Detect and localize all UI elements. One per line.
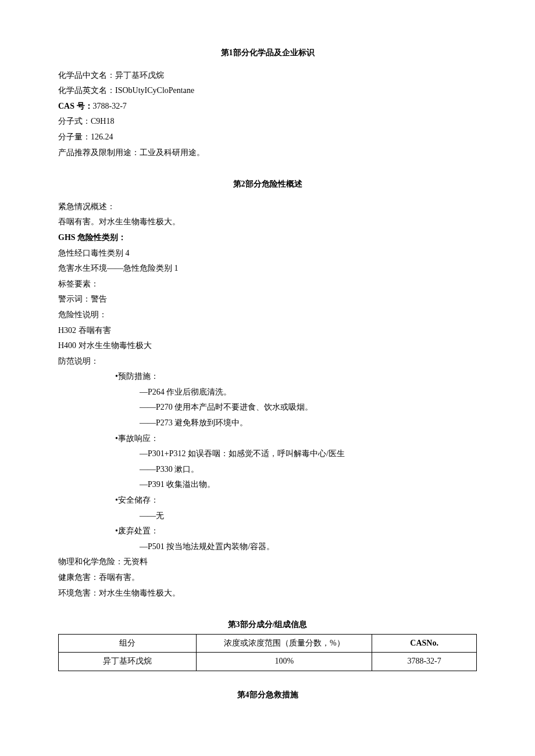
heading-prefix: 第 [237, 690, 245, 699]
heading-suffix: 部分危险性概述 [245, 180, 302, 188]
section-1-heading: 第1部分化学品及企业标识 [58, 45, 477, 61]
section-2-body: 紧急情况概述： 吞咽有害。对水生生物毒性极大。 GHS 危险性类别： 急性经口毒… [58, 199, 477, 601]
environmental-hazard: 环境危害：对水生生物毒性极大。 [58, 586, 477, 601]
chemical-name-en: 化学品英文名：ISObUtyICyCloPentane [58, 83, 477, 99]
ghs-line-1: 急性经口毒性类别 4 [58, 246, 477, 261]
precaution-label: 防范说明： [58, 354, 477, 370]
health-hazard: 健康危害：吞咽有害。 [58, 570, 477, 586]
value: 吞咽有害。 [99, 573, 140, 582]
p273: ——P273 避免释放到环境中。 [58, 415, 477, 431]
value: 无资料 [123, 557, 148, 566]
heading-prefix: 第 [228, 620, 236, 629]
heading-number: 4 [245, 690, 249, 699]
heading-number: 2 [241, 180, 245, 188]
label: 化学品中文名： [58, 71, 115, 80]
emergency-overview-text: 吞咽有害。对水生生物毒性极大。 [58, 214, 477, 230]
heading-prefix: 第 [221, 48, 229, 57]
p301-p312: —P301+P312 如误吞咽：如感觉不适，呼叫解毒中心/医生 [58, 446, 477, 462]
section-2-heading: 第2部分危险性概述 [58, 177, 477, 192]
col-concentration: 浓度或浓度范围（质量分数，%） [197, 634, 372, 653]
heading-prefix: 第 [233, 180, 241, 188]
hazard-statements-label: 危险性说明： [58, 307, 477, 323]
heading-suffix: 部分化学品及企业标识 [233, 48, 315, 57]
section-3-heading: 第3部分成分/组成信息 [58, 617, 477, 633]
p270: ——P270 使用本产品时不要进食、饮水或吸烟。 [58, 400, 477, 415]
value: 异丁基环戊烷 [115, 71, 164, 80]
section-1-body: 化学品中文名：异丁基环戊烷 化学品英文名：ISObUtyICyCloPentan… [58, 68, 477, 161]
value: ISObUtyICyCloPentane [115, 86, 194, 95]
value: 3788-32-7 [93, 102, 127, 110]
h302: H302 吞咽有害 [58, 323, 477, 339]
heading-number: 3 [236, 620, 240, 629]
label: 产品推荐及限制用途： [58, 148, 140, 157]
signal-word: 警示词：警告 [58, 292, 477, 307]
emergency-overview-label: 紧急情况概述： [58, 199, 477, 215]
chemical-name-cn: 化学品中文名：异丁基环戊烷 [58, 68, 477, 84]
p391: —P391 收集溢出物。 [58, 477, 477, 493]
label: 分子量： [58, 132, 91, 141]
value: 126.24 [91, 132, 113, 141]
label: 健康危害： [58, 573, 99, 582]
response-header: •事故响应： [58, 431, 477, 447]
p264: —P264 作业后彻底清洗。 [58, 385, 477, 400]
prevention-header: •预防措施： [58, 369, 477, 385]
table-row: 异丁基环戊烷 100% 3788-32-7 [59, 653, 477, 671]
section-4-heading: 第4部分急救措施 [58, 687, 477, 703]
recommended-use: 产品推荐及限制用途：工业及科研用途。 [58, 145, 477, 161]
col-cas: CASNo. [372, 634, 477, 653]
value: 对水生生物毒性极大。 [99, 589, 180, 597]
cell-concentration: 100% [197, 653, 372, 671]
col-component: 组分 [59, 634, 197, 653]
disposal-header: •废弃处置： [58, 524, 477, 539]
storage-header: •安全储存： [58, 493, 477, 508]
cell-cas: 3788-32-7 [372, 653, 477, 671]
label: 物理和化学危险： [58, 557, 123, 566]
composition-table: 组分 浓度或浓度范围（质量分数，%） CASNo. 异丁基环戊烷 100% 37… [58, 634, 477, 671]
ghs-line-2: 危害水生环境——急性危险类别 1 [58, 261, 477, 277]
storage-none: ——无 [58, 508, 477, 524]
label: 化学品英文名： [58, 86, 115, 95]
p330: ——P330 漱口。 [58, 462, 477, 478]
physchem-hazard: 物理和化学危险：无资料 [58, 554, 477, 570]
ghs-category-label: GHS 危险性类别： [58, 230, 477, 246]
label: CAS 号： [58, 102, 93, 110]
cell-component: 异丁基环戊烷 [59, 653, 197, 671]
label: 警示词： [58, 295, 91, 303]
label-elements: 标签要素： [58, 277, 477, 292]
molecular-weight: 分子量：126.24 [58, 130, 477, 145]
value: 工业及科研用途。 [140, 148, 205, 157]
h400: H400 对水生生物毒性极大 [58, 338, 477, 354]
p501: —P501 按当地法规处置内装物/容器。 [58, 539, 477, 555]
value: 警告 [91, 295, 107, 303]
molecular-formula: 分子式：C9H18 [58, 114, 477, 130]
label: 环境危害： [58, 589, 99, 597]
heading-number: 1 [229, 48, 233, 57]
label: 分子式： [58, 117, 91, 126]
heading-suffix: 部分成分/组成信息 [240, 620, 308, 629]
table-header-row: 组分 浓度或浓度范围（质量分数，%） CASNo. [59, 634, 477, 653]
heading-suffix: 部分急救措施 [249, 690, 298, 699]
cas-number: CAS 号：3788-32-7 [58, 99, 477, 114]
value: C9H18 [91, 117, 114, 126]
